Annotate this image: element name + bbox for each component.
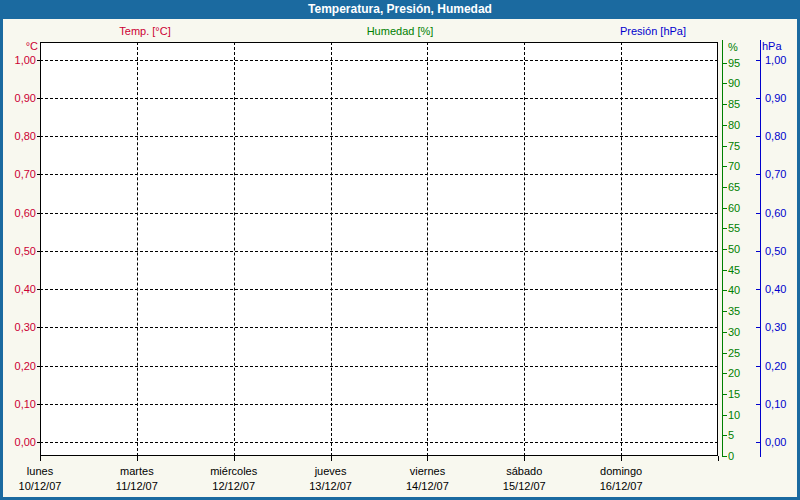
y-axis-label-hpa: 0,40 [765,283,786,295]
left-tick [37,366,40,367]
percent-axis-tick [723,228,727,229]
gridline-horizontal [40,251,718,252]
percent-axis-tick [723,208,727,209]
legend-pressure: Presión [hPa] [620,25,686,37]
y-axis-label-percent: 80 [728,119,740,131]
percent-axis-tick [723,373,727,374]
percent-axis-tick [723,394,727,395]
y-axis-label-percent: 50 [728,243,740,255]
x-axis-tick [331,456,332,461]
gridline-horizontal [40,60,718,61]
x-axis-date-label: 16/12/07 [576,480,666,492]
y-axis-label-hpa: 0,90 [765,92,786,104]
x-axis-day-label: viernes [382,465,472,477]
x-axis-tick [524,456,525,461]
gridline-vertical [137,42,138,456]
y-axis-label-hpa: 0,80 [765,130,786,142]
x-axis-day-label: domingo [576,465,666,477]
left-tick [37,98,40,99]
x-axis-date-label: 10/12/07 [0,480,85,492]
y-axis-unit-hpa: hPa [762,40,782,52]
percent-axis-tick [723,166,727,167]
percent-axis-tick [723,353,727,354]
y-axis-label-percent: 75 [728,140,740,152]
y-axis-label-percent: 85 [728,98,740,110]
left-tick [37,327,40,328]
y-axis-label-percent: 45 [728,264,740,276]
y-axis-label-percent: 70 [728,160,740,172]
title-bar: Temperatura, Presión, Humedad [0,0,800,19]
y-axis-label-celsius: 0,80 [3,130,36,142]
y-axis-label-celsius: 0,90 [3,92,36,104]
y-axis-unit-celsius: °C [3,40,38,52]
y-axis-label-percent: 0 [728,450,734,462]
y-axis-label-percent: 30 [728,326,740,338]
x-axis-day-label: sábado [479,465,569,477]
y-axis-label-celsius: 0,00 [3,436,36,448]
x-axis-day-label: martes [92,465,182,477]
y-axis-label-hpa: 0,50 [765,245,786,257]
percent-axis-tick [723,332,727,333]
left-tick [37,404,40,405]
percent-axis-tick [723,435,727,436]
y-axis-label-percent: 65 [728,181,740,193]
percent-axis-tick [723,415,727,416]
y-axis-label-percent: 55 [728,222,740,234]
window-title: Temperatura, Presión, Humedad [308,2,492,16]
left-tick [37,442,40,443]
percent-axis-tick [723,83,727,84]
percent-axis-tick [723,146,727,147]
x-axis-day-label: miércoles [189,465,279,477]
left-tick [37,136,40,137]
y-axis-label-celsius: 0,20 [3,360,36,372]
gridline-horizontal [40,366,718,367]
gridline-vertical [621,42,622,456]
y-axis-label-percent: 40 [728,284,740,296]
percent-axis-tick [723,311,727,312]
chart-window: Temperatura, Presión, Humedad Temp. [°C]… [0,0,800,500]
y-axis-label-celsius: 0,30 [3,321,36,333]
y-axis-label-hpa: 0,70 [765,168,786,180]
y-axis-label-percent: 25 [728,347,740,359]
x-axis-day-label: jueves [286,465,376,477]
percent-axis-tick [723,456,727,457]
x-axis-tick [234,456,235,461]
y-axis-label-percent: 35 [728,305,740,317]
y-axis-label-percent: 90 [728,77,740,89]
y-axis-label-hpa: 0,60 [765,207,786,219]
percent-axis-tick [723,125,727,126]
y-axis-label-hpa: 1,00 [765,54,786,66]
percent-axis-tick [723,187,727,188]
y-axis-label-percent: 5 [728,429,734,441]
gridline-vertical [234,42,235,456]
x-axis-tick [621,456,622,461]
left-tick [37,289,40,290]
x-axis-date-label: 15/12/07 [479,480,569,492]
gridline-horizontal [40,136,718,137]
y-axis-label-celsius: 0,70 [3,168,36,180]
y-axis-label-celsius: 0,60 [3,207,36,219]
gridline-vertical [427,42,428,456]
x-axis-date-label: 11/12/07 [92,480,182,492]
gridline-horizontal [40,404,718,405]
hpa-axis-line [760,40,761,457]
gridline-horizontal [40,327,718,328]
y-axis-label-hpa: 0,10 [765,398,786,410]
y-axis-label-hpa: 0,30 [765,321,786,333]
y-axis-label-percent: 60 [728,202,740,214]
x-axis-tick [427,456,428,461]
left-tick [37,60,40,61]
gridline-horizontal [40,442,718,443]
x-axis-date-label: 14/12/07 [382,480,472,492]
percent-axis-tick [723,290,727,291]
x-axis-date-label: 13/12/07 [286,480,376,492]
y-axis-label-celsius: 0,40 [3,283,36,295]
percent-axis-tick [723,270,727,271]
y-axis-label-percent: 15 [728,388,740,400]
x-axis-date-label: 12/12/07 [189,480,279,492]
gridline-horizontal [40,289,718,290]
gridline-horizontal [40,98,718,99]
x-axis-tick [40,456,41,461]
y-axis-label-hpa: 0,20 [765,360,786,372]
gridline-vertical [524,42,525,456]
